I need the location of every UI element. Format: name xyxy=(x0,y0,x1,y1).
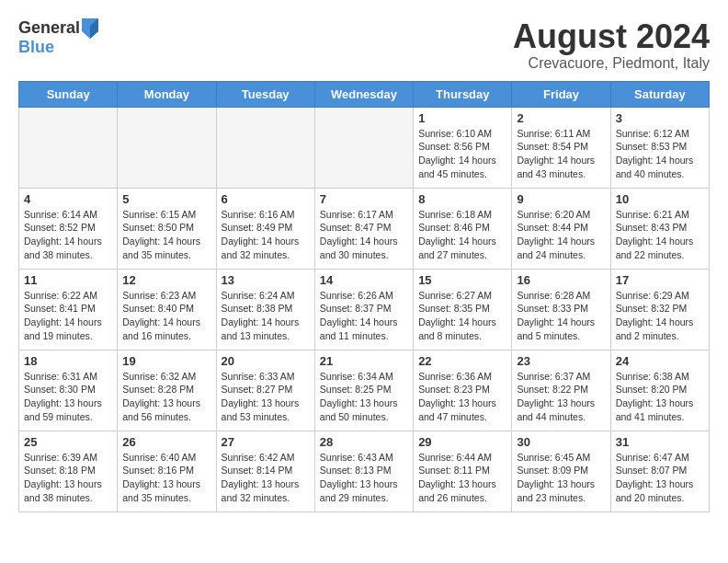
day-header-monday: Monday xyxy=(118,81,216,107)
day-number: 11 xyxy=(24,273,112,287)
calendar-cell: 7Sunrise: 6:17 AM Sunset: 8:47 PM Daylig… xyxy=(314,188,413,269)
day-number: 25 xyxy=(24,435,112,449)
day-number: 13 xyxy=(222,273,310,287)
day-info: Sunrise: 6:28 AM Sunset: 8:33 PM Dayligh… xyxy=(517,289,605,343)
calendar-cell: 19Sunrise: 6:32 AM Sunset: 8:28 PM Dayli… xyxy=(118,350,216,431)
day-info: Sunrise: 6:20 AM Sunset: 8:44 PM Dayligh… xyxy=(517,208,605,262)
day-number: 4 xyxy=(24,192,112,206)
day-number: 12 xyxy=(122,273,210,287)
day-info: Sunrise: 6:33 AM Sunset: 8:27 PM Dayligh… xyxy=(222,370,310,424)
day-number: 24 xyxy=(616,354,704,368)
day-number: 30 xyxy=(517,435,605,449)
calendar-cell xyxy=(216,107,314,188)
day-number: 9 xyxy=(517,192,605,206)
day-info: Sunrise: 6:31 AM Sunset: 8:30 PM Dayligh… xyxy=(24,370,112,424)
day-info: Sunrise: 6:10 AM Sunset: 8:56 PM Dayligh… xyxy=(418,127,506,181)
day-info: Sunrise: 6:12 AM Sunset: 8:53 PM Dayligh… xyxy=(616,127,704,181)
day-info: Sunrise: 6:15 AM Sunset: 8:50 PM Dayligh… xyxy=(122,208,210,262)
calendar-cell xyxy=(314,107,413,188)
calendar-cell: 10Sunrise: 6:21 AM Sunset: 8:43 PM Dayli… xyxy=(610,188,709,269)
day-info: Sunrise: 6:40 AM Sunset: 8:16 PM Dayligh… xyxy=(122,451,210,505)
day-number: 28 xyxy=(320,435,408,449)
day-number: 14 xyxy=(320,273,408,287)
day-number: 19 xyxy=(122,354,210,368)
calendar-cell: 30Sunrise: 6:45 AM Sunset: 8:09 PM Dayli… xyxy=(512,431,610,511)
calendar-cell xyxy=(19,107,118,188)
day-header-sunday: Sunday xyxy=(19,81,118,107)
day-info: Sunrise: 6:36 AM Sunset: 8:23 PM Dayligh… xyxy=(418,370,506,424)
calendar-cell: 17Sunrise: 6:29 AM Sunset: 8:32 PM Dayli… xyxy=(610,269,709,350)
day-number: 29 xyxy=(418,435,506,449)
day-number: 8 xyxy=(418,192,506,206)
day-number: 21 xyxy=(320,354,408,368)
day-info: Sunrise: 6:43 AM Sunset: 8:13 PM Dayligh… xyxy=(320,451,408,505)
calendar-cell: 25Sunrise: 6:39 AM Sunset: 8:18 PM Dayli… xyxy=(19,431,118,511)
day-info: Sunrise: 6:47 AM Sunset: 8:07 PM Dayligh… xyxy=(616,451,704,505)
day-info: Sunrise: 6:39 AM Sunset: 8:18 PM Dayligh… xyxy=(24,451,112,505)
day-info: Sunrise: 6:26 AM Sunset: 8:37 PM Dayligh… xyxy=(320,289,408,343)
day-info: Sunrise: 6:32 AM Sunset: 8:28 PM Dayligh… xyxy=(122,370,210,424)
day-info: Sunrise: 6:34 AM Sunset: 8:25 PM Dayligh… xyxy=(320,370,408,424)
logo-blue-text: Blue xyxy=(18,39,98,57)
logo-general-text: General xyxy=(18,19,80,38)
day-header-saturday: Saturday xyxy=(610,81,709,107)
calendar-cell: 28Sunrise: 6:43 AM Sunset: 8:13 PM Dayli… xyxy=(314,431,413,511)
calendar-header-row: SundayMondayTuesdayWednesdayThursdayFrid… xyxy=(19,81,710,107)
calendar-cell: 9Sunrise: 6:20 AM Sunset: 8:44 PM Daylig… xyxy=(512,188,610,269)
calendar-cell: 4Sunrise: 6:14 AM Sunset: 8:52 PM Daylig… xyxy=(19,188,118,269)
day-info: Sunrise: 6:24 AM Sunset: 8:38 PM Dayligh… xyxy=(222,289,310,343)
day-info: Sunrise: 6:14 AM Sunset: 8:52 PM Dayligh… xyxy=(24,208,112,262)
day-info: Sunrise: 6:44 AM Sunset: 8:11 PM Dayligh… xyxy=(418,451,506,505)
calendar-week-row: 4Sunrise: 6:14 AM Sunset: 8:52 PM Daylig… xyxy=(19,188,710,269)
calendar-cell: 24Sunrise: 6:38 AM Sunset: 8:20 PM Dayli… xyxy=(610,350,709,431)
title-block: August 2024 Crevacuore, Piedmont, Italy xyxy=(513,18,710,72)
day-number: 23 xyxy=(517,354,605,368)
day-info: Sunrise: 6:29 AM Sunset: 8:32 PM Dayligh… xyxy=(616,289,704,343)
day-number: 10 xyxy=(616,192,704,206)
day-info: Sunrise: 6:42 AM Sunset: 8:14 PM Dayligh… xyxy=(222,451,310,505)
calendar-cell: 15Sunrise: 6:27 AM Sunset: 8:35 PM Dayli… xyxy=(414,269,512,350)
calendar-cell: 12Sunrise: 6:23 AM Sunset: 8:40 PM Dayli… xyxy=(118,269,216,350)
calendar-cell: 3Sunrise: 6:12 AM Sunset: 8:53 PM Daylig… xyxy=(610,107,709,188)
calendar-cell: 1Sunrise: 6:10 AM Sunset: 8:56 PM Daylig… xyxy=(414,107,512,188)
day-info: Sunrise: 6:21 AM Sunset: 8:43 PM Dayligh… xyxy=(616,208,704,262)
calendar-cell: 14Sunrise: 6:26 AM Sunset: 8:37 PM Dayli… xyxy=(314,269,413,350)
day-info: Sunrise: 6:18 AM Sunset: 8:46 PM Dayligh… xyxy=(418,208,506,262)
day-number: 5 xyxy=(122,192,210,206)
day-header-tuesday: Tuesday xyxy=(216,81,314,107)
calendar-week-row: 25Sunrise: 6:39 AM Sunset: 8:18 PM Dayli… xyxy=(19,431,710,511)
day-number: 15 xyxy=(418,273,506,287)
day-number: 17 xyxy=(616,273,704,287)
day-header-thursday: Thursday xyxy=(414,81,512,107)
calendar-cell: 26Sunrise: 6:40 AM Sunset: 8:16 PM Dayli… xyxy=(118,431,216,511)
day-number: 22 xyxy=(418,354,506,368)
calendar-cell: 22Sunrise: 6:36 AM Sunset: 8:23 PM Dayli… xyxy=(414,350,512,431)
calendar-cell: 31Sunrise: 6:47 AM Sunset: 8:07 PM Dayli… xyxy=(610,431,709,511)
day-number: 18 xyxy=(24,354,112,368)
day-header-wednesday: Wednesday xyxy=(314,81,413,107)
calendar-cell: 13Sunrise: 6:24 AM Sunset: 8:38 PM Dayli… xyxy=(216,269,314,350)
calendar-cell: 18Sunrise: 6:31 AM Sunset: 8:30 PM Dayli… xyxy=(19,350,118,431)
day-number: 3 xyxy=(616,111,704,125)
day-info: Sunrise: 6:37 AM Sunset: 8:22 PM Dayligh… xyxy=(517,370,605,424)
day-info: Sunrise: 6:17 AM Sunset: 8:47 PM Dayligh… xyxy=(320,208,408,262)
day-number: 27 xyxy=(222,435,310,449)
location-subtitle: Crevacuore, Piedmont, Italy xyxy=(513,55,710,72)
day-number: 16 xyxy=(517,273,605,287)
day-number: 6 xyxy=(222,192,310,206)
page-header: General Blue August 2024 Crevacuore, Pie… xyxy=(18,18,710,72)
calendar-cell: 16Sunrise: 6:28 AM Sunset: 8:33 PM Dayli… xyxy=(512,269,610,350)
calendar-cell: 2Sunrise: 6:11 AM Sunset: 8:54 PM Daylig… xyxy=(512,107,610,188)
calendar-cell: 5Sunrise: 6:15 AM Sunset: 8:50 PM Daylig… xyxy=(118,188,216,269)
day-info: Sunrise: 6:38 AM Sunset: 8:20 PM Dayligh… xyxy=(616,370,704,424)
calendar-week-row: 1Sunrise: 6:10 AM Sunset: 8:56 PM Daylig… xyxy=(19,107,710,188)
day-info: Sunrise: 6:45 AM Sunset: 8:09 PM Dayligh… xyxy=(517,451,605,505)
day-number: 1 xyxy=(418,111,506,125)
logo: General Blue xyxy=(18,18,98,57)
day-number: 2 xyxy=(517,111,605,125)
day-info: Sunrise: 6:23 AM Sunset: 8:40 PM Dayligh… xyxy=(122,289,210,343)
logo-icon xyxy=(82,18,98,39)
day-number: 31 xyxy=(616,435,704,449)
day-header-friday: Friday xyxy=(512,81,610,107)
calendar-cell xyxy=(118,107,216,188)
